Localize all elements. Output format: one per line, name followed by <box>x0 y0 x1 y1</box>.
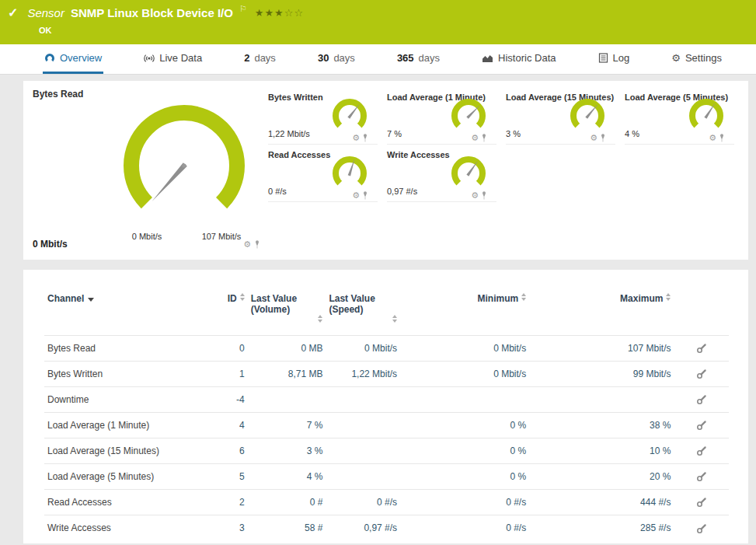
tab-label: days <box>254 52 275 64</box>
gauge-settings-gear-icon[interactable]: ⚙ <box>590 134 597 142</box>
id-cell: 5 <box>197 464 247 490</box>
max-cell: 285 #/s <box>529 515 674 541</box>
speed-cell <box>326 387 400 413</box>
column-header-minimum[interactable]: Minimum <box>400 290 529 336</box>
table-row: Load Average (1 Minute) 4 7 % 0 % 38 % <box>44 413 729 438</box>
volume-cell: 7 % <box>248 413 326 438</box>
gauge-settings-gear-icon[interactable]: ⚙ <box>471 134 479 142</box>
sort-icon <box>666 293 671 301</box>
tab-historic-data[interactable]: Historic Data <box>480 44 557 74</box>
channel-settings-icon[interactable] <box>696 369 707 379</box>
gauge-current-value: 0 Mbit/s <box>33 239 68 250</box>
min-cell: 0 % <box>400 438 529 464</box>
gauge-read-accesses: Read Accesses 0 #/s ⚙ <box>268 145 378 202</box>
tab-log[interactable]: Log <box>597 44 632 74</box>
channel-cell: Load Average (15 Minutes) <box>44 438 197 464</box>
gauges-panel: Bytes Read 0 Mbit/s 107 Mbit/s 0 Mbit/s … <box>23 81 748 260</box>
overview-gauge-icon <box>44 53 55 64</box>
min-cell: 0 % <box>400 464 529 490</box>
channel-settings-icon[interactable] <box>696 420 707 431</box>
column-header-last-value-speed[interactable]: Last Value (Speed) <box>326 290 400 336</box>
tab-settings[interactable]: ⚙ Settings <box>670 44 723 74</box>
id-cell: -4 <box>197 387 247 413</box>
table-row: Write Accesses 3 58 # 0,97 #/s 0 #/s 285… <box>44 515 729 541</box>
id-cell: 1 <box>197 362 247 387</box>
main-gauge-bytes-read: Bytes Read 0 Mbit/s 107 Mbit/s 0 Mbit/s … <box>23 81 268 260</box>
channel-settings-icon[interactable] <box>696 394 707 405</box>
gauge-settings-gear-icon[interactable]: ⚙ <box>709 134 716 142</box>
tab-number: 30 <box>318 52 329 64</box>
channel-cell: Bytes Read <box>44 336 197 362</box>
id-cell: 6 <box>197 438 247 464</box>
channel-settings-icon[interactable] <box>696 445 707 456</box>
gauge-settings-gear-icon[interactable]: ⚙ <box>471 191 479 200</box>
gauge-settings-gear-icon[interactable]: ⚙ <box>243 240 251 249</box>
gauge-value: 4 % <box>625 129 639 138</box>
table-row: Bytes Read 0 0 MB 0 Mbit/s 0 Mbit/s 107 … <box>44 336 729 362</box>
pin-icon[interactable] <box>254 240 260 249</box>
tab-label: Settings <box>685 52 722 64</box>
gear-icon: ⚙ <box>671 52 681 64</box>
pin-icon[interactable] <box>362 134 368 142</box>
tab-label: days <box>333 52 354 64</box>
volume-cell: 4 % <box>248 464 326 490</box>
priority-flag-icon[interactable]: ⚐ <box>239 4 247 14</box>
max-cell <box>529 387 674 413</box>
gauge-settings-gear-icon[interactable]: ⚙ <box>352 134 360 142</box>
sort-desc-icon <box>88 298 94 302</box>
small-gauge <box>447 155 490 194</box>
channel-settings-icon[interactable] <box>696 497 707 508</box>
tab-overview[interactable]: Overview <box>43 44 103 74</box>
small-gauge <box>328 97 371 136</box>
tab-label: Overview <box>60 52 102 64</box>
channel-settings-icon[interactable] <box>696 471 707 482</box>
table-row: Read Accesses 2 0 # 0 #/s 0 #/s 444 #/s <box>44 490 729 515</box>
pin-icon[interactable] <box>362 191 368 200</box>
bytes-read-gauge <box>99 92 270 220</box>
priority-stars[interactable]: ★★★☆☆ <box>255 7 304 19</box>
broadcast-icon <box>144 53 155 64</box>
sort-icon <box>240 293 245 301</box>
pin-icon[interactable] <box>481 134 487 142</box>
gauge-value: 7 % <box>387 129 402 138</box>
gauge-max-label: 107 Mbit/s <box>194 232 249 241</box>
volume-cell: 58 # <box>248 515 326 541</box>
speed-cell <box>326 413 400 438</box>
channel-settings-icon[interactable] <box>696 523 707 534</box>
channel-cell: Bytes Written <box>44 362 197 387</box>
pin-icon[interactable] <box>719 134 725 142</box>
id-cell: 0 <box>197 336 247 362</box>
pin-icon[interactable] <box>600 134 606 142</box>
small-gauge <box>566 97 609 136</box>
tab-number: 365 <box>397 52 414 64</box>
pin-icon[interactable] <box>481 191 487 200</box>
gauge-bytes-written: Bytes Written 1,22 Mbit/s ⚙ <box>268 87 378 145</box>
min-cell: 0 #/s <box>400 490 529 515</box>
id-cell: 2 <box>197 490 247 515</box>
sensor-type-label: Sensor <box>27 6 64 19</box>
tab-live-data[interactable]: Live Data <box>142 44 204 74</box>
tab-number: 2 <box>244 52 249 64</box>
gauge-settings-gear-icon[interactable]: ⚙ <box>352 191 360 200</box>
small-gauge <box>447 97 490 136</box>
tab-2-days[interactable]: 2 days <box>242 44 277 74</box>
table-header-row: Channel ID Last Value (Volume) Last Valu… <box>44 290 729 336</box>
column-header-maximum[interactable]: Maximum <box>529 290 674 336</box>
column-header-channel[interactable]: Channel <box>44 290 197 336</box>
id-cell: 4 <box>197 413 247 438</box>
column-header-id[interactable]: ID <box>197 290 247 336</box>
status-check-icon: ✓ <box>8 5 18 20</box>
gauge-load-average-5min: Load Average (5 Minutes) 4 % ⚙ <box>625 87 734 145</box>
speed-cell: 1,22 Mbit/s <box>326 362 400 387</box>
column-header-last-value-volume[interactable]: Last Value (Volume) <box>248 290 326 336</box>
tab-365-days[interactable]: 365 days <box>395 44 441 74</box>
channel-settings-icon[interactable] <box>696 343 707 354</box>
gauge-value: 3 % <box>506 129 521 138</box>
speed-cell: 0 Mbit/s <box>326 336 400 362</box>
id-cell: 3 <box>197 515 247 541</box>
channel-cell: Load Average (1 Minute) <box>44 413 197 438</box>
tab-label: Historic Data <box>498 52 556 64</box>
log-list-icon <box>598 53 608 63</box>
tab-30-days[interactable]: 30 days <box>316 44 357 74</box>
speed-cell <box>326 464 400 490</box>
